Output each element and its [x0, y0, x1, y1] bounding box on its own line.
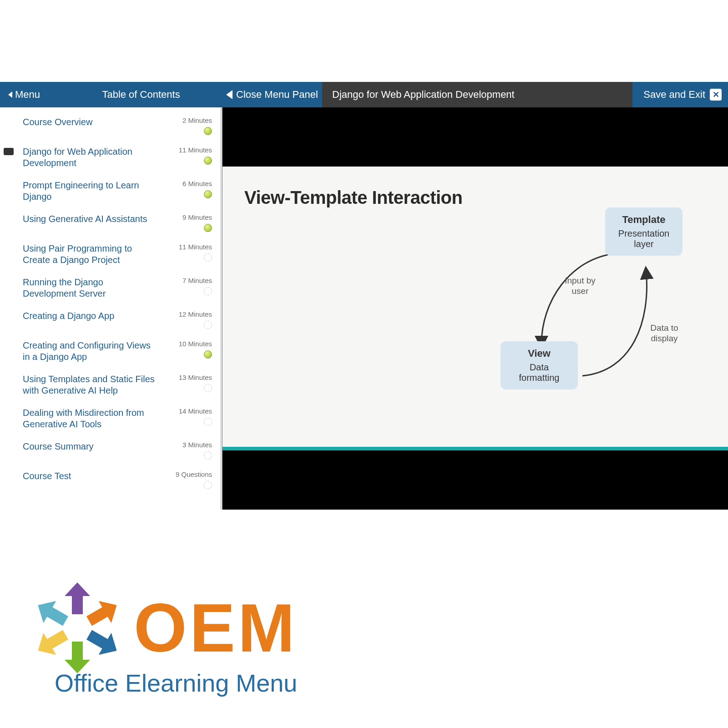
toc-item[interactable]: Using Generative AI Assistants9 Minutes — [0, 208, 220, 238]
toc-sidebar[interactable]: Course Overview2 MinutesDjango for Web A… — [0, 107, 222, 510]
toc-item-meta: 14 Minutes — [158, 407, 212, 430]
node-view-title: View — [509, 348, 570, 359]
toc-item-duration: 11 Minutes — [158, 146, 212, 154]
close-icon: ✕ — [710, 89, 722, 101]
toc-item-duration: 11 Minutes — [158, 243, 212, 251]
node-template-title: Template — [613, 214, 674, 226]
status-empty-icon — [204, 418, 212, 426]
toc-item-title: Using Generative AI Assistants — [23, 213, 158, 232]
slide-heading: View-Template Interaction — [244, 187, 706, 208]
toc-item-meta: 9 Minutes — [158, 213, 212, 232]
toc-item-duration: 12 Minutes — [158, 310, 212, 318]
toc-item[interactable]: Running the Django Development Server7 M… — [0, 271, 220, 305]
status-empty-icon — [204, 287, 212, 295]
edge-label-output: Data to display — [642, 323, 687, 344]
toc-item-title: Running the Django Development Server — [23, 277, 158, 299]
toc-item-meta: 9 Questions — [158, 470, 212, 489]
course-title: Django for Web Application Development — [332, 89, 515, 101]
toc-item-duration: 6 Minutes — [158, 180, 212, 187]
chevron-left-icon — [8, 91, 12, 98]
toc-item-title: Prompt Engineering to Learn Django — [23, 180, 158, 202]
menu-label: Menu — [15, 89, 40, 101]
toc-item-meta: 12 Minutes — [158, 310, 212, 329]
status-empty-icon — [204, 384, 212, 392]
status-empty-icon — [204, 481, 212, 489]
toc-item-title: Creating a Django App — [23, 310, 158, 329]
close-menu-label: Close Menu Panel — [236, 89, 318, 101]
toc-item[interactable]: Django for Web Application Development11… — [0, 141, 220, 174]
toc-item-duration: 14 Minutes — [158, 407, 212, 415]
toc-item[interactable]: Creating and Configuring Views in a Djan… — [0, 334, 220, 368]
toc-item[interactable]: Course Test9 Questions — [0, 465, 220, 495]
toc-item-meta: 11 Minutes — [158, 146, 212, 169]
toc-item-meta: 11 Minutes — [158, 243, 212, 266]
current-marker-icon — [4, 148, 14, 155]
toc-item-title: Course Test — [23, 470, 158, 489]
video-letterbox-top — [222, 107, 728, 167]
toc-item[interactable]: Course Overview2 Minutes — [0, 111, 220, 141]
toc-header-segment: Menu Table of Contents — [0, 82, 223, 107]
toc-item-duration: 10 Minutes — [158, 340, 212, 348]
toc-item-title: Course Summary — [23, 441, 158, 460]
toc-item-meta: 3 Minutes — [158, 441, 212, 460]
status-empty-icon — [204, 321, 212, 329]
toc-item-meta: 2 Minutes — [158, 116, 212, 135]
toc-item[interactable]: Course Summary3 Minutes — [0, 435, 220, 465]
toc-item-title: Creating and Configuring Views in a Djan… — [23, 340, 158, 363]
diagram-node-view: View Data formatting — [500, 341, 578, 389]
arrow-circle-icon — [32, 582, 123, 673]
status-complete-icon — [204, 224, 212, 232]
main-area: Course Overview2 MinutesDjango for Web A… — [0, 107, 728, 510]
toc-item-meta: 7 Minutes — [158, 277, 212, 299]
video-letterbox-bottom — [222, 450, 728, 510]
node-template-sub: Presentation layer — [613, 228, 674, 249]
status-empty-icon — [204, 451, 212, 460]
toc-title: Table of Contents — [67, 89, 215, 101]
close-menu-panel-button[interactable]: Close Menu Panel — [223, 82, 322, 107]
toc-item-title: Course Overview — [23, 116, 158, 135]
video-area: View-Template Interaction Template — [222, 107, 728, 510]
status-complete-icon — [204, 157, 212, 165]
top-bar: Menu Table of Contents Close Menu Panel … — [0, 82, 728, 107]
toc-item-title: Django for Web Application Development — [23, 146, 158, 169]
app-container: Menu Table of Contents Close Menu Panel … — [0, 82, 728, 510]
toc-item-title: Using Pair Programming to Create a Djang… — [23, 243, 158, 266]
toc-item-duration: 3 Minutes — [158, 441, 212, 449]
node-view-sub: Data formatting — [509, 362, 570, 383]
diagram-node-template: Template Presentation layer — [605, 207, 682, 256]
toc-item-duration: 7 Minutes — [158, 277, 212, 284]
save-exit-label: Save and Exit — [643, 89, 705, 101]
toc-item-duration: 13 Minutes — [158, 374, 212, 381]
triangle-left-icon — [226, 90, 233, 99]
status-complete-icon — [204, 190, 212, 198]
toc-item[interactable]: Creating a Django App12 Minutes — [0, 305, 220, 334]
toc-item-meta: 6 Minutes — [158, 180, 212, 202]
status-empty-icon — [204, 253, 212, 262]
toc-item[interactable]: Prompt Engineering to Learn Django6 Minu… — [0, 174, 220, 208]
menu-button[interactable]: Menu — [8, 89, 40, 101]
toc-item-duration: 2 Minutes — [158, 116, 212, 124]
status-complete-icon — [204, 350, 212, 359]
toc-item-title: Using Templates and Static Files with Ge… — [23, 374, 158, 396]
slide: View-Template Interaction Template — [222, 167, 728, 450]
toc-item[interactable]: Using Pair Programming to Create a Djang… — [0, 238, 220, 271]
logo-row: OEM — [32, 582, 378, 673]
toc-item[interactable]: Using Templates and Static Files with Ge… — [0, 368, 220, 402]
oem-wordmark: OEM — [134, 589, 298, 667]
toc-item[interactable]: Dealing with Misdirection from Generativ… — [0, 402, 220, 435]
save-and-exit-button[interactable]: Save and Exit ✕ — [632, 82, 728, 107]
edge-label-input: Input by user — [560, 276, 601, 297]
course-title-bar: Django for Web Application Development — [322, 82, 632, 107]
toc-item-duration: 9 Questions — [158, 470, 212, 478]
oem-logo: OEM Office Elearning Menu — [32, 582, 378, 697]
toc-item-title: Dealing with Misdirection from Generativ… — [23, 407, 158, 430]
diagram: Template Presentation layer View Data fo… — [482, 207, 692, 399]
toc-item-meta: 13 Minutes — [158, 374, 212, 396]
toc-item-meta: 10 Minutes — [158, 340, 212, 363]
status-complete-icon — [204, 127, 212, 135]
toc-item-duration: 9 Minutes — [158, 213, 212, 221]
